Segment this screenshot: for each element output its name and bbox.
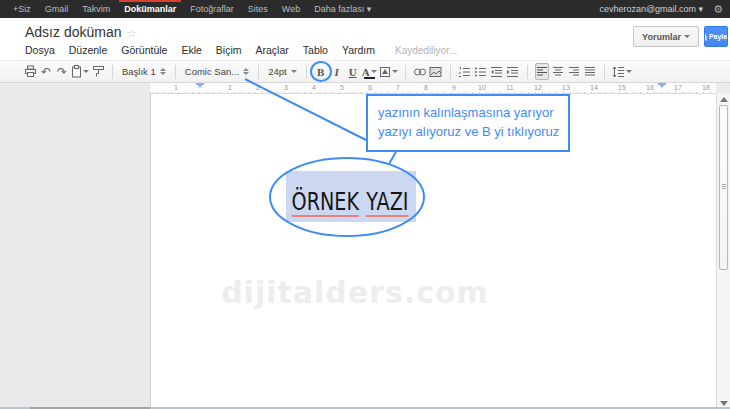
header: Adsız doküman☆ Dosya Düzenle Görüntüle E…	[0, 18, 730, 60]
toolbar-separator	[258, 65, 259, 79]
ruler-number: 11	[506, 84, 513, 91]
ruler-number: 6	[368, 84, 372, 91]
underline-button[interactable]: U	[346, 63, 360, 80]
google-bar-link[interactable]: Dokümanlar	[117, 0, 183, 18]
menu-bicim[interactable]: Biçim	[216, 44, 242, 56]
toolbar-separator	[450, 65, 451, 79]
align-right-icon	[568, 66, 580, 77]
line-spacing-button[interactable]	[612, 63, 632, 80]
updown-icon	[243, 68, 249, 75]
google-bar-link[interactable]: Daha fazlası ▾	[307, 0, 378, 18]
bulleted-list-button[interactable]	[474, 63, 488, 80]
italic-label: I	[335, 66, 339, 78]
account-menu[interactable]: cevherozan@gmail.com ▾	[599, 4, 703, 14]
document-title[interactable]: Adsız doküman☆	[25, 24, 136, 40]
menu-duzenle[interactable]: Düzenle	[69, 44, 108, 56]
ruler-number: 15	[618, 84, 626, 91]
paint-format-button[interactable]	[91, 63, 105, 80]
ruler-number: 16	[646, 84, 654, 91]
menu-tablo[interactable]: Tablo	[303, 44, 328, 56]
image-icon	[429, 66, 442, 78]
web-clipboard-button[interactable]	[71, 63, 89, 80]
menu-goruntule[interactable]: Görüntüle	[121, 44, 167, 56]
insert-image-button[interactable]	[429, 63, 443, 80]
text-color-label: A	[362, 66, 370, 78]
justify-button[interactable]	[583, 63, 597, 80]
align-left-button[interactable]	[535, 63, 549, 80]
menu-araclar[interactable]: Araçlar	[256, 44, 289, 56]
annotation-callout: yazının kalınlaşmasına yarıyor yazıyı al…	[366, 94, 570, 152]
comments-button[interactable]: Yorumlar	[633, 26, 699, 47]
ruler-number: 9	[452, 84, 456, 91]
highlight-color-button[interactable]	[379, 63, 398, 80]
watermark: dijitalders.com	[210, 275, 500, 310]
google-bar-link[interactable]: Web	[275, 0, 307, 18]
star-icon[interactable]: ☆	[127, 27, 137, 39]
chevron-down-icon	[626, 70, 632, 73]
align-right-button[interactable]	[567, 63, 581, 80]
text-color-bar	[364, 77, 375, 79]
scroll-up-arrow[interactable]	[720, 97, 728, 102]
ruler-number: 2	[256, 84, 260, 91]
scrollbar-thumb[interactable]	[719, 105, 728, 270]
google-bar-link[interactable]: +Siz	[6, 0, 38, 18]
chevron-down-icon	[371, 70, 377, 73]
vertical-scrollbar[interactable]	[716, 93, 730, 409]
menubar: Dosya Düzenle Görüntüle Ekle Biçim Araçl…	[25, 44, 457, 56]
ruler-number: 12	[534, 84, 542, 91]
comments-button-label: Yorumlar	[642, 32, 681, 42]
right-margin-marker[interactable]	[658, 83, 666, 88]
ruler-number: 10	[478, 84, 486, 91]
document-text[interactable]: ÖRNEK YAZI	[286, 171, 414, 222]
bold-button[interactable]: B	[314, 63, 328, 80]
selected-word[interactable]: YAZI	[366, 190, 408, 217]
align-center-button[interactable]	[551, 63, 565, 80]
scrollbar-grip	[722, 184, 726, 190]
ruler-number: 1	[174, 84, 178, 91]
decrease-indent-button[interactable]	[490, 63, 504, 80]
undo-button[interactable]: ↶	[39, 63, 53, 80]
google-bar-link[interactable]: Takvim	[75, 0, 117, 18]
ruler: 2112345678910111213141516171819	[0, 83, 730, 94]
lock-icon	[704, 33, 707, 41]
document-area: dijitalders.com ÖRNEK YAZI	[0, 94, 730, 409]
scroll-down-arrow[interactable]	[720, 401, 728, 406]
numbered-list-button[interactable]	[458, 63, 472, 80]
align-left-icon	[536, 66, 548, 77]
undo-icon: ↶	[41, 66, 51, 78]
menu-dosya[interactable]: Dosya	[25, 44, 55, 56]
menu-yardim[interactable]: Yardım	[342, 44, 375, 56]
text-color-button[interactable]: A	[362, 63, 377, 80]
chevron-down-icon	[684, 35, 690, 38]
numbered-list-icon	[458, 66, 471, 78]
google-bar-link[interactable]: Gmail	[38, 0, 76, 18]
font-selector-value: Comic San...	[185, 66, 239, 77]
callout-text-line1: yazının kalınlaşmasına yarıyor	[378, 104, 568, 123]
font-size-value: 24pt	[268, 66, 287, 77]
increase-indent-button[interactable]	[506, 63, 520, 80]
google-bar-link[interactable]: Fotoğraflar	[183, 0, 241, 18]
increase-indent-icon	[506, 66, 519, 78]
google-bar: +SizGmailTakvimDokümanlarFotoğraflarSite…	[0, 0, 730, 18]
callout-text-line2: yazıyı alıyoruz ve B yi tıklıyoruz	[378, 123, 568, 142]
share-button-label: Paylaş	[709, 33, 728, 40]
toolbar-separator	[527, 65, 528, 79]
styles-selector[interactable]: Başlık 1	[120, 63, 168, 80]
gear-icon[interactable]: ⚙	[713, 3, 723, 16]
left-margin-marker[interactable]	[196, 83, 204, 88]
paint-format-icon	[92, 65, 105, 78]
document-title-text[interactable]: Adsız doküman	[25, 24, 122, 40]
insert-link-button[interactable]	[413, 63, 427, 80]
font-selector[interactable]: Comic San...	[183, 63, 251, 80]
italic-button[interactable]: I	[330, 63, 344, 80]
redo-button[interactable]: ↷	[55, 63, 69, 80]
print-button[interactable]	[23, 63, 37, 80]
menu-ekle[interactable]: Ekle	[181, 44, 201, 56]
print-icon	[24, 65, 37, 78]
google-bar-link[interactable]: Sites	[241, 0, 275, 18]
selected-word[interactable]: ÖRNEK	[292, 190, 360, 217]
font-size-selector[interactable]: 24pt	[266, 63, 299, 80]
share-button[interactable]: Paylaş	[704, 26, 728, 47]
toolbar-separator	[306, 65, 307, 79]
updown-icon	[160, 68, 166, 75]
